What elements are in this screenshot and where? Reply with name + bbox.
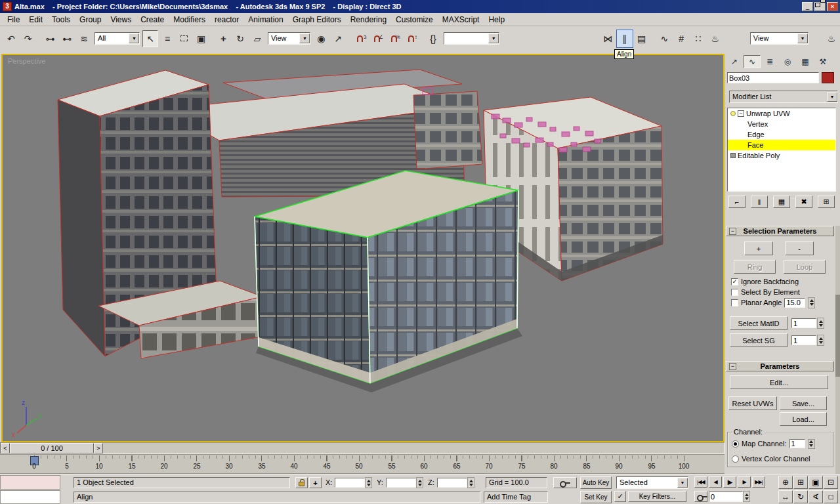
zoom-region-button[interactable]: ⊡ — [824, 476, 838, 489]
x-spinner[interactable] — [365, 477, 372, 488]
use-pivot-center-button[interactable]: ◉ — [313, 30, 329, 47]
tab-modify[interactable]: ∿ — [744, 55, 761, 68]
current-frame-field[interactable] — [709, 492, 743, 502]
named-selection-sets-dropdown[interactable]: ▼ — [444, 32, 499, 45]
y-spinner[interactable] — [416, 477, 423, 488]
rectangular-selection-region-button[interactable] — [177, 30, 192, 47]
panel-scrollbar[interactable] — [835, 226, 840, 474]
undo-button[interactable]: ↶ — [3, 30, 19, 47]
chevron-down-icon[interactable]: ▼ — [827, 92, 837, 102]
edit-named-selection-sets-button[interactable]: {} — [425, 30, 441, 47]
tab-hierarchy[interactable]: ≣ — [761, 55, 778, 68]
chevron-down-icon[interactable]: ▼ — [129, 33, 139, 43]
app-icon[interactable]: 3 — [3, 2, 12, 11]
ring-button[interactable]: Ring — [734, 260, 776, 274]
tab-display[interactable]: ▦ — [797, 55, 814, 68]
key-mode-toggle[interactable] — [694, 491, 707, 502]
loop-button[interactable]: Loop — [784, 260, 826, 274]
play-animation-button[interactable]: ▶ — [723, 476, 736, 488]
map-channel-radio[interactable] — [732, 440, 739, 448]
time-slider[interactable]: < 0 / 100 > — [0, 442, 724, 454]
maxscript-macro-recorder[interactable] — [0, 475, 60, 490]
edit-uvw-button[interactable]: Edit... — [730, 375, 828, 389]
y-coordinate-field[interactable] — [386, 478, 416, 488]
menu-group[interactable]: Group — [75, 14, 106, 26]
map-channel-spinner[interactable] — [808, 439, 815, 449]
render-type-dropdown[interactable]: View ▼ — [750, 32, 808, 45]
viewport-label[interactable]: Perspective — [8, 57, 45, 65]
object-name-field[interactable] — [727, 72, 819, 83]
set-key-button[interactable]: Set Key — [580, 491, 612, 503]
back-complex-right-block[interactable] — [413, 91, 482, 169]
grow-selection-button[interactable]: + — [744, 242, 773, 255]
go-to-end-button[interactable]: ▶▶| — [752, 476, 765, 488]
percent-snap-toggle[interactable]: % — [387, 30, 402, 47]
select-by-name-button[interactable]: ≡ — [159, 30, 175, 47]
x-coordinate-field[interactable] — [335, 478, 365, 488]
track-bar[interactable]: 0 5 10 15 20 25 30 35 40 45 50 55 60 65 … — [0, 454, 724, 474]
z-spinner[interactable] — [467, 477, 474, 488]
menu-tools[interactable]: Tools — [47, 14, 75, 26]
map-channel-field[interactable] — [789, 439, 805, 448]
mirror-button[interactable]: ⋈ — [600, 30, 616, 47]
select-and-scale-button[interactable]: ▱ — [249, 30, 265, 47]
menu-rendering[interactable]: Rendering — [346, 14, 391, 26]
stack-subitem-vertex[interactable]: Vertex — [728, 119, 835, 129]
selection-parameters-rollout-header[interactable]: − Selection Parameters — [726, 226, 834, 236]
minimize-button[interactable]: _ — [802, 2, 813, 11]
menu-reactor[interactable]: reactor — [210, 14, 243, 26]
z-coordinate-field[interactable] — [437, 478, 467, 488]
layer-manager-button[interactable]: ▤ — [634, 30, 650, 47]
material-editor-button[interactable]: ∷ — [690, 30, 706, 47]
remove-modifier-button[interactable]: ✖ — [795, 196, 812, 208]
select-sg-button[interactable]: Select SG — [730, 333, 788, 347]
chevron-down-icon[interactable]: ▼ — [797, 33, 808, 43]
panel-scrollbar-thumb[interactable] — [835, 295, 840, 377]
viewport-canvas[interactable]: z y x — [3, 55, 723, 441]
collapse-icon[interactable]: − — [729, 363, 736, 370]
menu-views[interactable]: Views — [106, 14, 136, 26]
select-object-button[interactable]: ↖ — [142, 30, 158, 47]
matid-spinner[interactable] — [817, 318, 824, 329]
restore-button[interactable] — [814, 2, 826, 11]
shrink-selection-button[interactable]: - — [785, 242, 814, 255]
arc-rotate-button[interactable]: ↻ — [793, 490, 808, 503]
select-and-manipulate-button[interactable]: ↗ — [330, 30, 346, 47]
angle-snap-toggle[interactable]: ∠ — [369, 30, 385, 47]
save-button[interactable]: Save... — [780, 396, 827, 410]
spinner-snap-toggle[interactable]: ↕ — [403, 30, 419, 47]
menu-animation[interactable]: Animation — [243, 14, 287, 26]
curve-editor-button[interactable]: ∿ — [657, 30, 673, 47]
select-and-rotate-button[interactable]: ↻ — [232, 30, 248, 47]
pin-stack-button[interactable]: ⌐ — [728, 196, 746, 208]
zoom-extents-button[interactable]: ▣ — [808, 476, 823, 489]
tab-create[interactable]: ↗ — [726, 55, 743, 68]
configure-modifier-sets-button[interactable]: ⊞ — [818, 196, 835, 208]
redo-button[interactable]: ↷ — [20, 30, 36, 47]
field-of-view-button[interactable]: ∢ — [808, 490, 823, 503]
perspective-viewport[interactable]: Perspective — [1, 54, 724, 442]
select-and-move-button[interactable]: + — [216, 30, 232, 47]
key-filters-button[interactable]: Key Filters... — [628, 491, 686, 502]
pan-button[interactable]: ↔ — [778, 490, 793, 503]
go-to-start-button[interactable]: |◀◀ — [694, 476, 707, 488]
menu-maxscript[interactable]: MAXScript — [438, 14, 484, 26]
menu-file[interactable]: File — [3, 14, 24, 26]
menu-edit[interactable]: Edit — [24, 14, 47, 26]
modifier-enabled-bulb-icon[interactable] — [730, 111, 736, 116]
zoom-button[interactable]: ⊕ — [778, 476, 793, 489]
window-crossing-toggle[interactable]: ▣ — [194, 30, 209, 47]
select-matid-button[interactable]: Select MatID — [730, 316, 788, 330]
collapse-icon[interactable]: − — [738, 110, 744, 117]
render-setup-button[interactable]: ♨ — [707, 30, 723, 47]
frame-spinner[interactable] — [743, 491, 750, 502]
parameters-rollout-header[interactable]: − Parameters — [726, 361, 834, 371]
set-key-filters-toggle[interactable]: ✓ — [614, 491, 626, 502]
load-button[interactable]: Load... — [780, 412, 827, 426]
key-selection-dropdown[interactable]: Selected ▼ — [616, 476, 688, 489]
reference-coordinate-dropdown[interactable]: View ▼ — [268, 32, 310, 45]
close-button[interactable]: × — [827, 2, 838, 11]
menu-graph-editors[interactable]: Graph Editors — [288, 14, 346, 26]
schematic-view-button[interactable]: # — [673, 30, 689, 47]
bind-to-spacewarp-button[interactable]: ≋ — [76, 30, 92, 47]
